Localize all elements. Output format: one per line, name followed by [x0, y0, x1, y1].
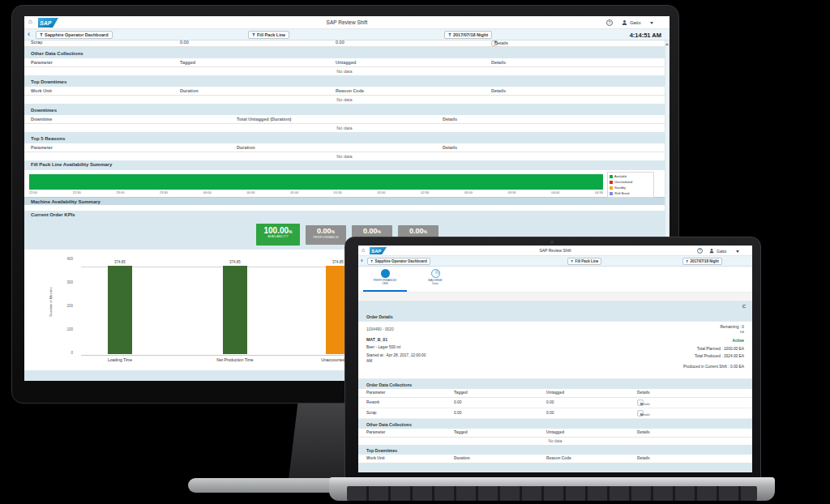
monitor-filter-bar: ‹ Sapphire Operator Dashboard Fill Pack … — [24, 29, 670, 41]
refresh-icon[interactable]: C — [742, 304, 746, 309]
kpi-label: AVAILABILITY — [256, 235, 300, 239]
section-title-top-downtimes: Top Downtimes — [24, 78, 665, 87]
details-button[interactable]: Details — [491, 41, 498, 46]
filter-dashboard-button[interactable]: Sapphire Operator Dashboard — [367, 258, 430, 265]
col-parameter: Parameter — [366, 430, 385, 434]
table-header: Parameter Tagged Untagged Details — [358, 429, 752, 438]
section-title-order-details: Order Details — [358, 313, 752, 321]
laptop-camera — [550, 241, 554, 244]
col-details: Details — [443, 145, 457, 150]
y-tick: 0 — [57, 351, 73, 355]
tick: 22:30 — [73, 190, 81, 194]
kpi-performance-tile[interactable]: 0.00% PERFORMANCE — [306, 225, 346, 245]
user-menu[interactable]: Gatto — [717, 249, 726, 254]
tick: 04:30 — [595, 190, 603, 194]
col-details: Details — [491, 60, 506, 65]
details-button[interactable]: Details — [637, 399, 644, 406]
kpi-availability-tile[interactable]: 100.00% AVAILABILITY — [256, 224, 300, 246]
filter-icon — [571, 260, 574, 263]
home-icon[interactable]: ⌂ — [28, 19, 32, 25]
filter-line-button[interactable]: Fill Pack Line — [567, 258, 601, 265]
col-work-unit: Work Unit — [31, 88, 52, 93]
tab-machine-data[interactable]: MACHINE/ Data — [418, 268, 452, 286]
filter-icon — [252, 33, 255, 36]
section-title-top-downtimes: Top Downtimes — [358, 446, 752, 455]
chevron-down-icon[interactable] — [650, 22, 653, 24]
user-icon — [709, 248, 714, 254]
empty-row: No data — [358, 438, 752, 445]
filter-icon — [448, 33, 451, 36]
filter-dashboard-label: Sapphire Operator Dashboard — [375, 259, 427, 263]
kpi-value: 0.00% — [398, 228, 439, 236]
cell-untagged: 0.00 — [546, 411, 554, 415]
tick: 02:00 — [378, 190, 386, 194]
tick: 03:00 — [464, 190, 473, 194]
filter-icon — [40, 33, 43, 36]
laptop-screen: ⌂ SAP SAP Review Shift ? Gatto ‹ Sapphir… — [358, 246, 752, 472]
legend-swatch — [610, 192, 613, 195]
collapsed-panel — [24, 205, 665, 211]
back-icon[interactable]: ‹ — [28, 30, 30, 38]
tick: 02:30 — [421, 190, 429, 194]
y-tick: 100 — [57, 327, 73, 331]
timeline-axis: 22:00 22:30 23:00 23:30 00:00 00:30 01:0… — [29, 190, 603, 194]
bar-value-label: 374.85 — [223, 260, 247, 264]
tick: 00:00 — [203, 190, 212, 194]
tick: 23:00 — [116, 190, 124, 194]
chevron-down-icon[interactable] — [736, 250, 739, 253]
help-icon[interactable]: ? — [697, 248, 703, 254]
empty-row: No data — [24, 67, 665, 75]
bar-net-production-time — [223, 266, 247, 354]
empty-row: No data — [24, 124, 665, 132]
tick: 04:00 — [551, 190, 559, 194]
cell-untagged: 0.00 — [336, 41, 344, 45]
home-icon[interactable]: ⌂ — [362, 247, 365, 253]
col-parameter: Parameter — [366, 391, 385, 395]
material-description: Beer - Lager 500 ml — [366, 345, 400, 349]
table-header: Parameter Duration Details — [24, 143, 665, 152]
empty-row: No data — [24, 152, 665, 160]
filter-dashboard-button[interactable]: Sapphire Operator Dashboard — [36, 31, 113, 39]
section-title-downtimes: Downtimes — [24, 106, 665, 115]
section-title-machine-summary[interactable]: Machine Availability Summary — [24, 197, 665, 205]
filter-line-label: Fill Pack Line — [575, 259, 599, 263]
cell-parameter: Scrap — [366, 411, 377, 415]
x-category-label: Loading Time — [83, 357, 156, 362]
details-button[interactable]: Details — [637, 410, 644, 416]
cell-tagged: 0.00 — [454, 400, 461, 404]
scroll-up-icon[interactable] — [665, 43, 669, 45]
table-row-scrap-partial: Scrap 0.00 0.00 Details — [24, 41, 665, 47]
filter-shift-label: 2017/07/18 Night — [453, 32, 488, 37]
cell-tagged: 0.00 — [454, 411, 461, 415]
help-icon[interactable]: ? — [606, 19, 613, 26]
legend-label: Available — [614, 175, 627, 178]
laptop-keyboard — [347, 486, 757, 501]
total-produced: Total Produced : 3324.00 EA — [695, 354, 744, 358]
legend-label: Unscheduled — [614, 181, 632, 184]
table-row-rework: Rework 0.00 0.00 Details — [358, 398, 752, 408]
laptop-base — [329, 477, 775, 501]
legend-swatch — [610, 186, 613, 190]
filter-line-button[interactable]: Fill Pack Line — [248, 31, 289, 39]
col-details: Details — [637, 430, 650, 434]
laptop-filter-bar: ‹ Sapphire Operator Dashboard Fill Pack … — [358, 256, 752, 267]
tick: 01:00 — [290, 190, 298, 194]
filter-shift-label: 2017/07/18 Night — [691, 259, 719, 263]
scene: ⌂ SAP SAP Review Shift ? Gatto ‹ Sapphir… — [0, 0, 830, 504]
availability-timeline-chart: 22:00 22:30 23:00 23:30 00:00 00:30 01:0… — [24, 169, 665, 197]
back-icon[interactable]: ‹ — [361, 257, 363, 264]
filter-shift-button[interactable]: 2017/07/18 Night — [682, 258, 722, 265]
filter-shift-button[interactable]: 2017/07/18 Night — [444, 31, 492, 39]
tab-performance-oee[interactable]: PERFORMANCE/ OEE — [363, 268, 407, 286]
shift-clock: 4:14:51 AM — [630, 32, 661, 39]
laptop-tab-strip: PERFORMANCE/ OEE MACHINE/ Data — [358, 267, 752, 293]
table-header: Downtime Total Untagged (Duration) Detai… — [24, 115, 665, 124]
tab-label: OEE — [363, 282, 407, 285]
user-menu[interactable]: Gatto — [630, 20, 640, 25]
col-reason-code: Reason Code — [546, 456, 571, 460]
y-axis-label: Duration in Minutes — [49, 287, 53, 316]
order-number: 1034490 - 0020 — [366, 327, 394, 331]
order-details-card: 1034490 - 0020 MAT_B_01 Beer - Lager 500… — [358, 321, 752, 379]
col-downtime: Downtime — [31, 117, 52, 122]
col-total-untagged: Total Untagged (Duration) — [237, 117, 291, 122]
